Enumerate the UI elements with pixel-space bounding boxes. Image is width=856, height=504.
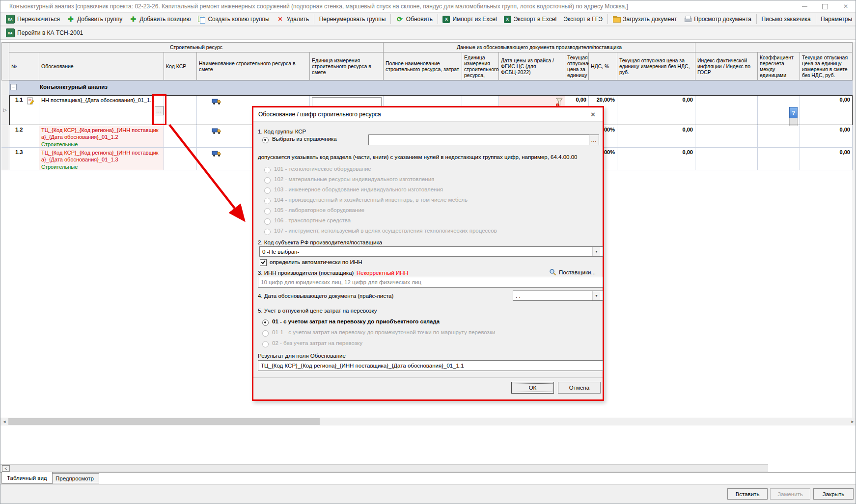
col-header-name[interactable]: Наименование строительного ресурса в сме… bbox=[197, 53, 310, 80]
radio-ksr-107[interactable] bbox=[264, 229, 271, 235]
scroll-left-button[interactable]: < bbox=[2, 465, 10, 472]
scroll-right-icon[interactable]: ► bbox=[849, 418, 856, 425]
price-no-vat-cell[interactable]: 0,00 bbox=[617, 148, 695, 170]
row-num-cell[interactable]: 1.3 bbox=[9, 148, 39, 170]
tab-preview[interactable]: Предпросмотр bbox=[50, 473, 99, 483]
view-document-button[interactable]: Просмотр документа bbox=[680, 13, 755, 25]
customer-letter-button[interactable]: Письмо заказчика bbox=[758, 13, 814, 25]
chevron-down-icon[interactable]: ▼ bbox=[592, 291, 600, 300]
justification-cell[interactable]: НН поставщика}_{Дата обоснования}_01_1.1 bbox=[39, 95, 164, 125]
close-bottom-button[interactable]: Закрыть bbox=[813, 488, 854, 500]
row-num-cell[interactable]: 1.1 bbox=[9, 95, 39, 125]
collapse-group-button[interactable]: − bbox=[10, 84, 17, 90]
col-header-price-no-vat[interactable]: Текущая отпускная цена за единицу измере… bbox=[617, 53, 695, 80]
add-group-button[interactable]: ✚Добавить группу bbox=[63, 13, 126, 25]
table-cell[interactable] bbox=[758, 125, 800, 148]
col-header-price-date[interactable]: Дата цены из прайса / ФГИС ЦС (для ФСБЦ-… bbox=[499, 53, 565, 80]
col-header-name-label: Наименование строительного ресурса в сме… bbox=[199, 60, 307, 72]
table-cell[interactable] bbox=[164, 148, 197, 170]
col-header-full-name[interactable]: Полное наименование строительного ресурс… bbox=[384, 53, 462, 80]
import-excel-button[interactable]: XИмпорт из Excel bbox=[439, 13, 500, 25]
table-cell[interactable] bbox=[695, 95, 758, 125]
table-cell[interactable] bbox=[164, 95, 197, 125]
group-row-label: Конъюнктурный анализ bbox=[40, 84, 108, 90]
suppliers-button[interactable]: Поставщики... bbox=[549, 268, 596, 276]
col-header-ksr[interactable]: Код КСР bbox=[164, 53, 197, 80]
price-estimate-cell[interactable]: 0,00 bbox=[800, 125, 853, 148]
radio-transport-01[interactable] bbox=[262, 319, 269, 326]
scroll-left-icon[interactable]: ◄ bbox=[0, 418, 8, 425]
justification-cell[interactable]: ТЦ_{Код КСР}_{Код региона}_{ИНН поставщи… bbox=[39, 125, 164, 148]
minimize-button[interactable] bbox=[795, 0, 814, 12]
radio-ksr-105[interactable] bbox=[264, 208, 271, 214]
close-button[interactable]: ✕ bbox=[836, 0, 856, 12]
col-header-inflation[interactable]: Индекс фактической инфляции / Индекс по … bbox=[695, 53, 758, 80]
col-header-justification[interactable]: Обоснование bbox=[39, 53, 164, 80]
col-header-num[interactable]: № bbox=[9, 53, 39, 80]
table-cell[interactable] bbox=[695, 148, 758, 170]
parameters-button[interactable]: Параметры bbox=[817, 13, 856, 25]
help-icon[interactable]: ? bbox=[789, 107, 798, 118]
radio-select-from-catalog[interactable] bbox=[262, 137, 269, 143]
row-num-cell[interactable]: 1.2 bbox=[9, 125, 39, 148]
cell-helper-scrollbar[interactable]: ? bbox=[789, 107, 798, 126]
col-header-vat[interactable]: НДС, % bbox=[589, 53, 617, 80]
radio-transport-02[interactable] bbox=[262, 341, 269, 347]
chevron-down-icon[interactable]: ▼ bbox=[592, 247, 600, 256]
table-cell[interactable] bbox=[758, 148, 800, 170]
group-row[interactable] bbox=[9, 80, 853, 95]
ksr-code-input[interactable] bbox=[368, 134, 595, 145]
dialog-close-button[interactable]: ✕ bbox=[588, 111, 598, 118]
load-document-button[interactable]: Загрузить документ bbox=[609, 13, 680, 25]
price-estimate-cell[interactable]: 0,00 bbox=[800, 95, 853, 125]
radio-ksr-104[interactable] bbox=[264, 198, 271, 204]
refresh-button[interactable]: ⟳Обновить bbox=[392, 13, 436, 25]
horizontal-scrollbar[interactable]: ◄ ► bbox=[0, 418, 856, 425]
copy-group-button[interactable]: Создать копию группы bbox=[194, 13, 273, 25]
radio-ksr-103[interactable] bbox=[264, 187, 271, 194]
col-header-unit2[interactable]: Единица измерения строительного ресурса, bbox=[462, 53, 499, 80]
col-header-coef[interactable]: Коэффициент пересчета между единицами bbox=[758, 53, 800, 80]
goto-ka-tsn-label: Перейти в КА ТСН-2001 bbox=[17, 29, 83, 36]
justification-cell[interactable]: ТЦ_{Код КСР}_{Код региона}_{ИНН поставщи… bbox=[39, 148, 164, 170]
add-item-button[interactable]: ✚Добавить позицию bbox=[126, 13, 194, 25]
price-list-date-combobox[interactable]: . . ▼ bbox=[513, 291, 603, 301]
justification-code-dialog: Обоснование / шифр строительного ресурса… bbox=[252, 106, 604, 401]
tab-table-view[interactable]: Табличный вид bbox=[1, 472, 53, 484]
delete-button[interactable]: ✕Удалить bbox=[273, 13, 313, 25]
col-header-price-estimate[interactable]: Текущая отпускная цена за единицу измере… bbox=[800, 53, 853, 80]
tab-table-view-label: Табличный вид bbox=[7, 475, 47, 481]
switch-button[interactable]: КАПереключиться bbox=[2, 13, 63, 25]
col-header-unit[interactable]: Единица измерения строительного ресурса … bbox=[310, 53, 384, 80]
export-gge-button[interactable]: Экспорт в ГГЭ bbox=[560, 13, 606, 25]
radio-ksr-101[interactable] bbox=[264, 167, 271, 173]
radio-transport-01-1[interactable] bbox=[262, 330, 269, 337]
cancel-button[interactable]: Отмена bbox=[558, 382, 601, 394]
maximize-button[interactable] bbox=[815, 0, 835, 12]
result-input[interactable]: ТЦ_{Код КСР}_{Код региона}_{ИНН поставщи… bbox=[258, 360, 603, 371]
replace-button[interactable]: Заменить bbox=[770, 488, 810, 500]
export-excel-button[interactable]: XЭкспорт в Excel bbox=[500, 13, 560, 25]
app-window: Конъюнктурный анализ [справочник проекта… bbox=[0, 0, 856, 504]
goto-ka-tsn-button[interactable]: КАПерейти в КА ТСН-2001 bbox=[2, 27, 86, 39]
table-cell[interactable] bbox=[164, 125, 197, 148]
ksr-catalog-ellipsis-button[interactable]: ... bbox=[589, 134, 599, 145]
auto-by-inn-checkbox[interactable] bbox=[260, 259, 267, 266]
ok-button[interactable]: ОК bbox=[511, 382, 554, 394]
inn-input[interactable]: 10 цифр для юридических лиц, 12 цифр для… bbox=[258, 277, 603, 288]
renumber-groups-button[interactable]: Перенумеровать группы bbox=[316, 13, 389, 25]
vertical-scrollbar[interactable] bbox=[853, 42, 856, 418]
insert-button[interactable]: Вставить bbox=[727, 488, 768, 500]
radio-ksr-106[interactable] bbox=[264, 218, 271, 225]
region-code-combobox[interactable]: 0 -Не выбран- ▼ bbox=[259, 246, 603, 257]
col-header-price[interactable]: Текущая отпускная цена за единицу bbox=[565, 53, 589, 80]
price-no-vat-cell[interactable]: 0,00 bbox=[617, 95, 695, 125]
scrollbar-thumb[interactable] bbox=[8, 418, 320, 425]
justification-ellipsis-button[interactable]: ... bbox=[155, 106, 164, 115]
price-no-vat-cell[interactable]: 0,00 bbox=[617, 125, 695, 148]
mini-scroll-track[interactable] bbox=[789, 118, 798, 126]
radio-ksr-102[interactable] bbox=[264, 177, 271, 184]
table-cell[interactable] bbox=[695, 125, 758, 148]
bottom-scroll-strip[interactable]: < bbox=[0, 464, 768, 472]
price-estimate-cell[interactable]: 0,00 bbox=[800, 148, 853, 170]
